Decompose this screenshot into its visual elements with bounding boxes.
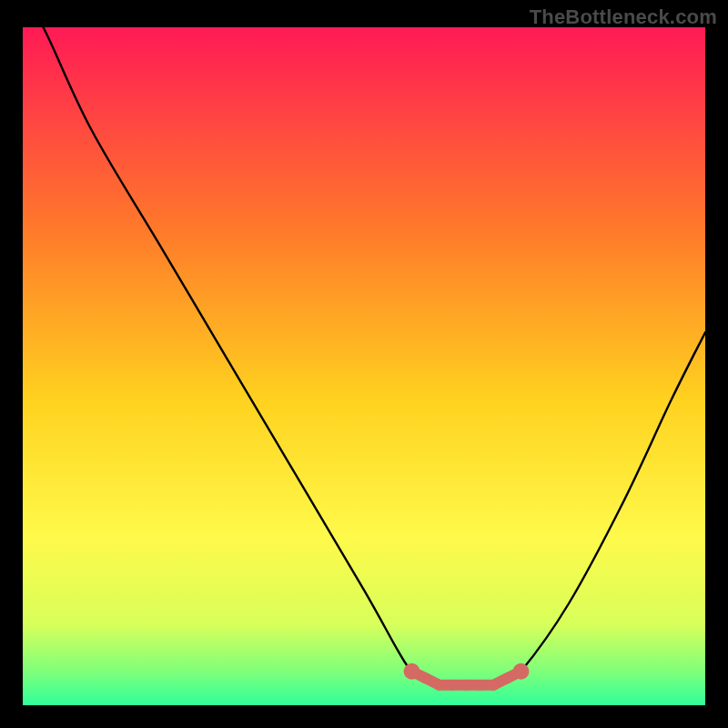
marker-dot [513,663,530,680]
marker-dot [434,680,445,691]
gradient-background [23,27,705,705]
chart-svg [23,27,705,705]
marker-dot [420,672,431,683]
marker-dot [461,680,472,691]
marker-dot [448,680,459,691]
chart-frame: TheBottleneck.com [0,0,728,728]
watermark-text: TheBottleneck.com [530,5,717,29]
plot-area [23,27,705,705]
marker-dot [502,672,513,683]
marker-dot [475,680,486,691]
marker-dot [404,663,420,680]
marker-dot [489,680,500,691]
